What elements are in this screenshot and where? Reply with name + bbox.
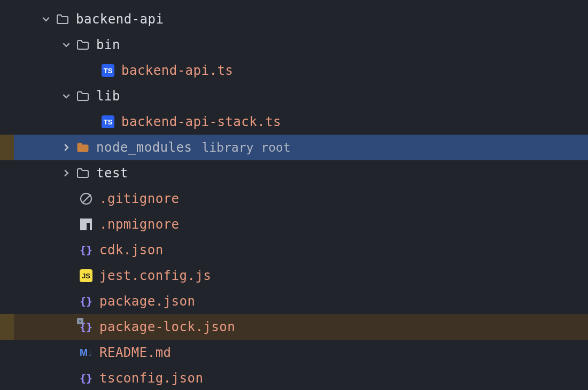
tree-file-readme[interactable]: M↓ README.md (0, 340, 588, 365)
tree-folder-backend-api[interactable]: backend-api (0, 6, 588, 32)
tree-file-backend-api-ts[interactable]: TS backend-api.ts (0, 58, 588, 83)
file-label: backend-api-stack.ts (121, 114, 281, 129)
tree-file-gitignore[interactable]: .gitignore (0, 186, 588, 212)
folder-label: test (96, 166, 128, 181)
typescript-icon: TS (101, 64, 115, 77)
file-label: README.md (99, 345, 172, 360)
tree-folder-bin[interactable]: bin (0, 32, 588, 58)
tree-file-npmignore[interactable]: .npmignore (0, 212, 588, 237)
tree-file-tsconfig[interactable]: {} tsconfig.json (0, 365, 588, 390)
tree-folder-test[interactable]: test (0, 160, 588, 186)
folder-library-icon (76, 141, 90, 154)
npm-icon (79, 217, 93, 231)
tree-file-cdk-json[interactable]: {} cdk.json (0, 237, 588, 263)
file-label: cdk.json (99, 243, 164, 258)
chevron-down-icon[interactable] (60, 92, 73, 100)
javascript-icon: JS (79, 269, 93, 283)
chevron-right-icon[interactable] (60, 169, 73, 177)
folder-label: backend-api (76, 12, 164, 27)
file-label: .gitignore (99, 191, 180, 206)
chevron-down-icon[interactable] (60, 41, 73, 49)
file-label: jest.config.js (99, 268, 211, 283)
file-label: package.json (99, 294, 195, 309)
folder-icon (76, 166, 90, 180)
json-icon: {} (79, 243, 93, 257)
file-label: package-lock.json (99, 319, 235, 334)
folder-label: lib (96, 89, 120, 104)
markdown-icon: M↓ (79, 346, 93, 360)
chevron-right-icon[interactable] (60, 144, 73, 151)
file-label: tsconfig.json (99, 371, 203, 386)
chevron-down-icon[interactable] (40, 15, 52, 23)
gutter-modified-mark (0, 314, 14, 340)
gutter-modified-mark (0, 135, 14, 160)
typescript-icon: TS (101, 115, 115, 129)
tree-file-backend-api-stack-ts[interactable]: TS backend-api-stack.ts (0, 109, 588, 135)
file-label: .npmignore (99, 217, 180, 232)
file-tree: backend-api bin TS backend-api.ts lib TS… (0, 6, 588, 390)
tree-file-package-lock-json[interactable]: {} ✕ package-lock.json (0, 314, 588, 340)
json-icon: {} ✕ (79, 320, 93, 334)
folder-icon (56, 12, 69, 26)
folder-label: node_modules (96, 140, 192, 155)
tree-file-package-json[interactable]: {} package.json (0, 288, 588, 314)
tree-folder-node-modules[interactable]: node_modules library root (0, 135, 588, 160)
json-icon: {} (79, 371, 93, 385)
folder-icon (76, 38, 90, 52)
tree-file-jest-config[interactable]: JS jest.config.js (0, 263, 588, 288)
ignore-icon (79, 192, 93, 206)
tree-folder-lib[interactable]: lib (0, 83, 588, 109)
vcs-modified-overlay-icon: ✕ (77, 318, 83, 324)
file-label: backend-api.ts (121, 63, 233, 78)
json-icon: {} (79, 294, 93, 308)
folder-label: bin (96, 37, 120, 52)
library-root-badge: library root (202, 141, 290, 154)
folder-icon (76, 89, 90, 103)
